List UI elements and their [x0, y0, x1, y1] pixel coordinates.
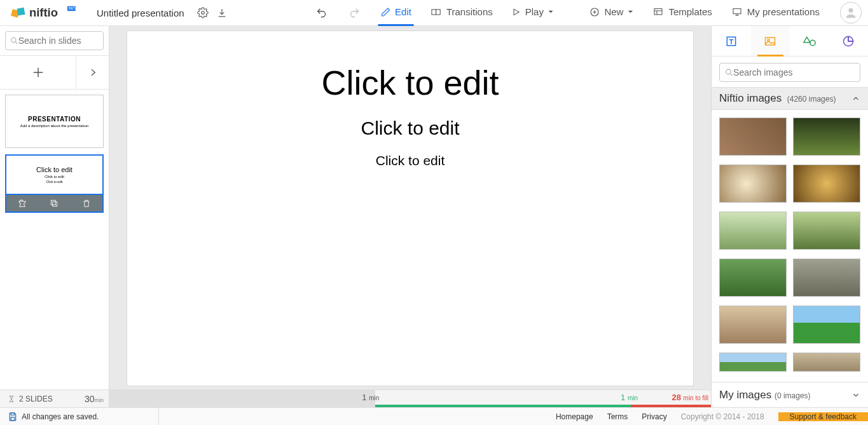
- image-thumb[interactable]: [793, 259, 860, 297]
- presentation-title[interactable]: Untitled presentation: [88, 8, 193, 18]
- download-icon[interactable]: [212, 3, 231, 22]
- slide-title[interactable]: Click to edit: [165, 63, 655, 102]
- svg-text:BETA: BETA: [69, 6, 78, 10]
- search-slides-input[interactable]: [5, 31, 104, 50]
- status-fill-label: min to fill: [684, 395, 708, 401]
- tab-play[interactable]: Play: [509, 0, 556, 26]
- redo-icon: [345, 3, 364, 22]
- search-icon: [10, 36, 18, 45]
- image-thumb[interactable]: [719, 306, 787, 344]
- svg-rect-1: [17, 8, 25, 16]
- save-icon: [8, 412, 18, 422]
- slide-thumb-1[interactable]: PRESENTATION Add a description about the…: [5, 95, 104, 148]
- slide-count-label: 2 SLIDES: [19, 395, 53, 403]
- thumb2-sub: Click to edit: [45, 175, 64, 179]
- my-images-count: (0 images): [775, 391, 811, 400]
- slide-settings-icon[interactable]: [18, 199, 27, 208]
- image-thumb[interactable]: [793, 118, 860, 156]
- footer-privacy[interactable]: Privacy: [642, 412, 666, 421]
- support-button[interactable]: Support & feedback: [778, 412, 868, 421]
- image-thumb[interactable]: [719, 165, 787, 203]
- slide[interactable]: Click to edit Click to edit Click to edi…: [127, 31, 693, 386]
- footer-copyright: Copyright © 2014 - 2018: [681, 412, 764, 421]
- thumb1-title: PRESENTATION: [28, 116, 81, 123]
- search-images-field[interactable]: [733, 67, 855, 78]
- save-status: All changes are saved.: [0, 408, 159, 425]
- svg-rect-10: [654, 8, 662, 14]
- niftio-images-count: (4260 images): [787, 95, 836, 104]
- avatar[interactable]: [840, 2, 862, 24]
- status-one-min2: min: [628, 395, 638, 401]
- status-one: 1: [362, 393, 366, 402]
- image-thumb[interactable]: [793, 165, 860, 203]
- logo[interactable]: niftio BETA: [0, 0, 88, 25]
- image-grid: [712, 110, 868, 382]
- hourglass-icon: [8, 395, 15, 403]
- duplicate-slide-icon[interactable]: [50, 199, 59, 208]
- svg-rect-22: [11, 413, 14, 415]
- image-thumb[interactable]: [719, 118, 787, 156]
- thumb-actions: [5, 195, 104, 213]
- svg-point-21: [726, 69, 731, 74]
- support-label: Support & feedback: [790, 412, 857, 421]
- footer: All changes are saved. Homepage Terms Pr…: [0, 407, 868, 425]
- timeline[interactable]: 1 min 1 min 28 min to fill: [109, 390, 711, 407]
- caret-down-icon: [548, 9, 554, 15]
- image-thumb[interactable]: [719, 259, 787, 297]
- svg-rect-14: [52, 200, 56, 205]
- svg-point-12: [848, 8, 853, 13]
- my-presentations-button[interactable]: My presentations: [729, 6, 822, 19]
- image-thumb[interactable]: [793, 212, 860, 250]
- templates-button[interactable]: Templates: [650, 6, 714, 19]
- slide-thumb-2[interactable]: Click to edit Click to edit Click to edi…: [5, 154, 104, 195]
- settings-icon[interactable]: [193, 3, 212, 22]
- niftio-images-header[interactable]: Niftio images (4260 images): [712, 87, 868, 110]
- thumb2-line3: Click to edit: [46, 180, 63, 184]
- status-bar: 2 SLIDES 30min 1 min 1 min 28 min to fil…: [0, 389, 711, 407]
- status-one-min: min: [369, 395, 379, 401]
- new-button[interactable]: New: [587, 6, 636, 19]
- canvas-area[interactable]: Click to edit Click to edit Click to edi…: [109, 26, 711, 407]
- search-icon: [725, 68, 733, 77]
- svg-point-20: [810, 40, 815, 45]
- footer-terms[interactable]: Terms: [607, 412, 628, 421]
- my-images-header[interactable]: My images (0 images): [712, 382, 868, 407]
- svg-marker-8: [514, 9, 519, 15]
- add-slide-button[interactable]: [0, 56, 76, 89]
- tab-images[interactable]: [751, 26, 790, 56]
- image-thumb[interactable]: [719, 353, 787, 372]
- tab-shapes[interactable]: [790, 26, 829, 56]
- footer-home[interactable]: Homepage: [556, 412, 593, 421]
- svg-rect-15: [53, 202, 57, 206]
- delete-slide-icon[interactable]: [82, 199, 91, 208]
- tab-charts[interactable]: [829, 26, 869, 56]
- tab-edit[interactable]: Edit: [378, 0, 414, 26]
- tab-transitions-label: Transitions: [446, 6, 493, 17]
- tab-text[interactable]: [712, 26, 751, 56]
- slide-body[interactable]: Click to edit: [165, 153, 655, 168]
- image-thumb[interactable]: [793, 306, 860, 344]
- tab-play-label: Play: [525, 6, 544, 17]
- tab-transitions[interactable]: Transitions: [428, 0, 495, 26]
- image-thumb[interactable]: [719, 212, 787, 250]
- caret-down-icon: [628, 9, 633, 15]
- svg-rect-7: [436, 10, 441, 15]
- thumb2-title: Click to edit: [36, 166, 72, 173]
- search-images-input[interactable]: [719, 63, 860, 82]
- status-one2: 1: [621, 393, 625, 402]
- svg-rect-11: [733, 8, 741, 13]
- svg-point-5: [201, 11, 204, 15]
- image-thumb[interactable]: [793, 353, 860, 372]
- svg-text:niftio: niftio: [29, 6, 58, 19]
- status-fill: 28: [672, 393, 680, 402]
- new-label: New: [604, 6, 623, 17]
- slide-subtitle[interactable]: Click to edit: [165, 118, 655, 139]
- svg-rect-23: [11, 417, 14, 420]
- status-thirty-min: min: [94, 397, 104, 403]
- next-layout-button[interactable]: [76, 56, 109, 89]
- undo-icon[interactable]: [312, 3, 331, 22]
- my-images-label: My images: [719, 389, 771, 401]
- svg-rect-17: [766, 37, 775, 45]
- chevron-down-icon: [851, 391, 860, 400]
- search-slides-field[interactable]: [18, 36, 99, 46]
